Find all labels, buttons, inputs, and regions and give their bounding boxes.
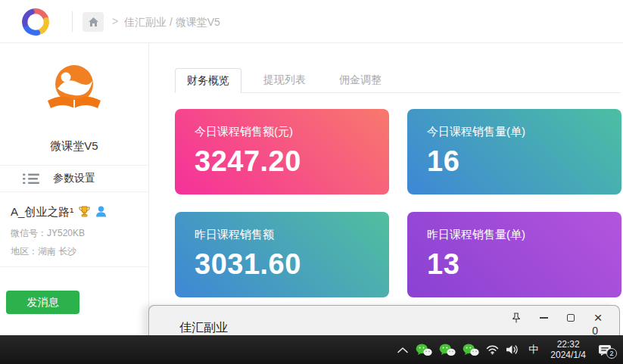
minimize-icon [540,317,548,319]
close-button[interactable]: × [592,312,604,324]
stat-card-title: 今日课程销售量(单) [427,125,602,139]
sidebar-app-name: 微课堂V5 [0,139,148,154]
stat-card-yesterday-sales: 昨日课程销售额 3031.60 [175,212,389,297]
wechat-icon [463,344,479,356]
stat-card-yesterday-orders: 昨日课程销售量(单) 13 [407,212,621,297]
stat-card-today-sales: 今日课程销售额(元) 3247.20 [175,109,389,194]
pin-button[interactable] [510,312,522,324]
maximize-icon [567,314,575,322]
sidebar: 微课堂V5 参数设置 A_创业之路¹ [0,43,149,364]
stat-card-value: 13 [427,248,602,281]
notification-badge: 2 [606,348,617,359]
wechat-tray-icon-2[interactable] [439,344,456,356]
send-message-button[interactable]: 发消息 [6,291,79,314]
volume-button[interactable] [506,344,519,355]
taskbar: 中 22:32 2024/1/4 2 [0,335,623,364]
stat-card-today-orders: 今日课程销售量(单) 16 [407,109,621,194]
chevron-up-icon [397,347,409,353]
overlay-window-title: 佳汇副业 [179,320,228,336]
wechat-tray-icon-1[interactable] [416,344,432,356]
top-header: > 佳汇副业 / 微课堂V5 [0,0,623,43]
input-method-indicator[interactable]: 中 [526,343,540,356]
list-settings-icon [23,173,39,185]
user-wechat-id: 微信号：JY520KB [11,227,142,240]
wifi-icon [486,344,499,355]
close-icon: × [593,313,602,323]
stat-card-title: 昨日课程销售量(单) [427,228,602,242]
sidebar-item-settings-label: 参数设置 [53,172,95,185]
stat-card-title: 昨日课程销售额 [195,228,369,242]
speaker-icon [506,344,519,355]
tab-bar: 财务概览 提现列表 佣金调整 [175,68,621,93]
home-button[interactable] [83,12,104,32]
tab-withdrawal-list[interactable]: 提现列表 [252,68,317,93]
user-name: A_创业之路¹ [11,205,73,219]
stat-card-value: 16 [427,145,602,178]
wechat-tray-icon-3[interactable] [463,344,479,356]
chevron-right-icon: > [112,15,118,27]
user-info-block: A_创业之路¹ 微信号：JY520KB 地区：湖南 长沙 [11,205,142,258]
sidebar-item-settings[interactable]: 参数设置 [0,165,148,192]
taskbar-clock[interactable]: 22:32 2024/1/4 [547,339,589,360]
app-logo-icon [19,5,52,42]
org-logo-icon [44,63,104,122]
tab-commission-adjust[interactable]: 佣金调整 [328,68,393,93]
stat-card-value: 3247.20 [195,145,369,178]
window-controls: × [510,311,604,325]
sidebar-divider [0,266,148,267]
maximize-button[interactable] [565,312,577,324]
person-icon [95,206,107,219]
wechat-icon [416,344,432,356]
notification-center-button[interactable]: 2 [596,343,614,356]
stat-card-value: 3031.60 [195,248,369,281]
trophy-icon [78,205,91,219]
user-region: 地区：湖南 长沙 [11,245,142,258]
tray-expand-button[interactable] [397,347,409,353]
breadcrumb[interactable]: 佳汇副业 / 微课堂V5 [124,16,220,30]
clock-date: 2024/1/4 [550,350,586,360]
home-icon [88,17,99,27]
wechat-icon [439,344,456,356]
clock-time: 22:32 [550,339,586,350]
stat-card-grid: 今日课程销售额(元) 3247.20 今日课程销售量(单) 16 昨日课程销售额… [175,109,621,297]
pin-icon [510,312,522,324]
tab-finance-overview[interactable]: 财务概览 [175,68,241,93]
minimize-button[interactable] [537,312,550,324]
header-divider [72,11,73,32]
network-button[interactable] [486,344,499,355]
stat-card-title: 今日课程销售额(元) [195,125,369,139]
